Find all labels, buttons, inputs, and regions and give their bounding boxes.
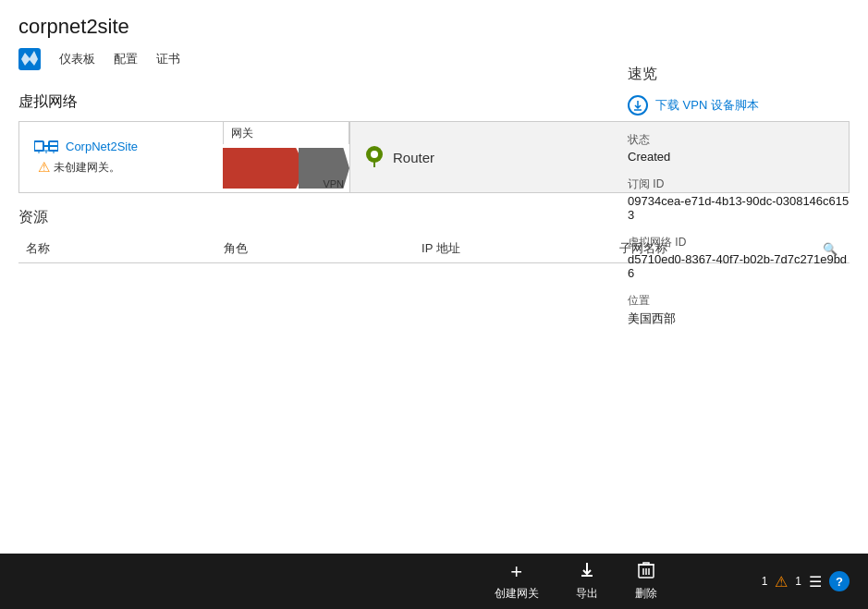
vnet-name-row: CorpNet2Site [34, 139, 208, 153]
warning-badge-icon: ⚠ [775, 573, 788, 591]
warning-count: 1 [762, 575, 768, 588]
vnet-warning-row: ⚠ 未创建网关。 [34, 159, 208, 176]
delete-icon [638, 561, 654, 582]
corpnet-icon [34, 139, 58, 153]
svg-rect-0 [34, 141, 43, 151]
nav-logo [18, 48, 41, 70]
status-label: 状态 [628, 132, 850, 148]
export-button[interactable]: 导出 [576, 561, 598, 602]
warning-icon: ⚠ [38, 159, 50, 176]
nav-item-config[interactable]: 配置 [114, 49, 138, 69]
export-icon [578, 561, 596, 582]
nav-item-dashboard[interactable]: 仪表板 [59, 49, 95, 69]
bottom-bar: + 创建网关 导出 [0, 554, 868, 609]
nav-item-cert[interactable]: 证书 [156, 49, 180, 69]
subscription-block: 订阅 ID 09734cea-e71d-4b13-90dc-0308146c61… [628, 177, 850, 222]
location-value: 美国西部 [628, 311, 850, 327]
vnet-corpnet-name: CorpNet2Site [66, 140, 138, 153]
location-block: 位置 美国西部 [628, 293, 850, 327]
vnet-id-label: 虚拟网络 ID [628, 235, 850, 250]
location-pin-icon [365, 145, 384, 169]
vnet-id-value: d5710ed0-8367-40f7-b02b-7d7c271e9bd6 [628, 252, 850, 280]
create-gateway-icon: + [510, 562, 522, 582]
red-arrow [223, 148, 306, 189]
location-label: 位置 [628, 293, 850, 309]
vnet-id-block: 虚拟网络 ID d5710ed0-8367-40f7-b02b-7d7c271e… [628, 235, 850, 280]
gateway-label: 网关 [223, 122, 349, 144]
app-title: corpnet2site [18, 15, 850, 39]
vnet-warning-text: 未创建网关。 [54, 160, 120, 176]
vnet-middle-panel: 网关 VPN [223, 122, 349, 192]
vpn-arrow-area: VPN [223, 144, 349, 192]
right-panel: 速览 下载 VPN 设备脚本 状态 Created 订阅 ID 09734cea… [628, 65, 850, 340]
download-circle-icon [628, 95, 648, 116]
delete-button[interactable]: 删除 [635, 561, 657, 602]
download-link[interactable]: 下载 VPN 设备脚本 [628, 95, 850, 116]
subscription-value: 09734cea-e71d-4b13-90dc-0308146c6153 [628, 194, 850, 222]
vpn-label: VPN [323, 178, 344, 189]
create-gateway-button[interactable]: + 创建网关 [495, 562, 539, 602]
svg-point-9 [371, 151, 378, 158]
list-count: 1 [795, 575, 801, 588]
col-header-role: 角色 [216, 235, 414, 263]
subscription-label: 订阅 ID [628, 177, 850, 192]
col-header-ip: IP 地址 [414, 235, 612, 263]
col-header-name: 名称 [18, 235, 216, 263]
download-icon [632, 100, 643, 111]
delete-label: 删除 [635, 586, 657, 602]
router-label: Router [393, 150, 434, 165]
export-label: 导出 [576, 586, 598, 602]
panel-title: 速览 [628, 65, 850, 84]
list-icon: ☰ [809, 573, 822, 591]
status-value: Created [628, 150, 850, 164]
status-block: 状态 Created [628, 132, 850, 164]
bottom-right-icons: 1 ⚠ 1 ☰ ? [762, 571, 850, 591]
help-button[interactable]: ? [829, 571, 850, 591]
download-label[interactable]: 下载 VPN 设备脚本 [655, 97, 759, 114]
bottom-actions: + 创建网关 导出 [390, 561, 762, 602]
create-gateway-label: 创建网关 [495, 586, 539, 602]
vnet-left-panel: CorpNet2Site ⚠ 未创建网关。 [19, 122, 223, 192]
